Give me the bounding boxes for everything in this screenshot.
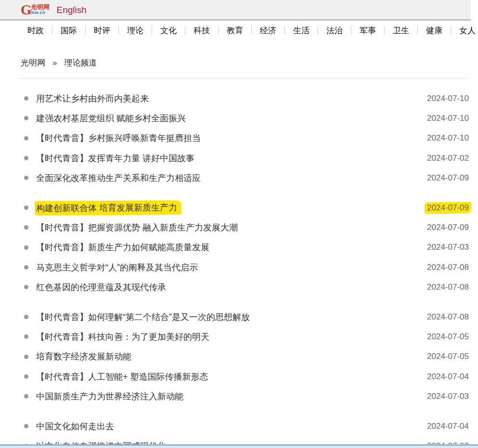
bullet-icon: [24, 136, 28, 141]
article-date: 2024-07-05: [427, 332, 469, 342]
article-link[interactable]: 【时代青音】把握资源优势 融入新质生产力发展大潮: [36, 222, 238, 233]
article-link[interactable]: 培育数字经济发展新动能: [36, 351, 131, 362]
article-date: 2024-07-09: [427, 173, 469, 183]
breadcrumb-site-link[interactable]: 光明网: [21, 57, 45, 68]
article-group: 【时代青音】如何理解“第二个结合”是又一次的思想解放2024-07-08【时代青…: [24, 307, 469, 406]
article-link[interactable]: 【时代青音】新质生产力如何赋能高质量发展: [36, 242, 209, 253]
nav-item[interactable]: 健康: [418, 25, 451, 36]
gmw-logo[interactable]: G 光明网 mw.cn: [21, 3, 50, 16]
nav-item[interactable]: 国际: [52, 25, 85, 36]
nav-item[interactable]: 文化: [152, 25, 185, 36]
article-link[interactable]: 用艺术让乡村由外而内美起来: [36, 93, 149, 104]
article-row: 【时代青音】乡村振兴呼唤新青年挺膺担当2024-07-10: [24, 128, 469, 148]
site-header: G 光明网 mw.cn English: [0, 0, 471, 20]
bullet-icon: [24, 424, 28, 428]
article-row: 马克思主义哲学对“人”的阐释及其当代启示2024-07-08: [24, 257, 469, 277]
article-list: 用艺术让乡村由外而内美起来2024-07-10建强农村基层党组织 赋能乡村全面振…: [0, 78, 471, 448]
article-row: 【时代青音】发挥青年力量 讲好中国故事2024-07-02: [24, 148, 469, 168]
article-group: 用艺术让乡村由外而内美起来2024-07-10建强农村基层党组织 赋能乡村全面振…: [24, 89, 469, 188]
bullet-icon: [24, 285, 28, 289]
article-group: 构建创新联合体 培育发展新质生产力2024-07-09【时代青音】把握资源优势 …: [24, 198, 469, 297]
article-date: 2024-07-04: [427, 372, 469, 382]
nav-item[interactable]: 军事: [351, 25, 384, 36]
article-date: 2024-07-03: [427, 392, 469, 401]
article-link[interactable]: 【时代青音】乡村振兴呼唤新青年挺膺担当: [36, 132, 201, 144]
main-nav: 时政国际时评理论文化科技教育经济生活法治军事卫生健康女人: [0, 20, 471, 41]
breadcrumb: 光明网 » 理论频道: [21, 57, 471, 68]
nav-item[interactable]: 法治: [318, 25, 351, 36]
nav-item[interactable]: 理论: [119, 25, 152, 36]
article-row: 建强农村基层党组织 赋能乡村全面振兴2024-07-10: [24, 108, 469, 128]
article-row: 红色基因的伦理意蕴及其现代传承2024-07-08: [24, 277, 469, 297]
article-date: 2024-07-03: [427, 243, 469, 252]
article-row: 构建创新联合体 培育发展新质生产力2024-07-09: [24, 198, 469, 218]
article-link[interactable]: 红色基因的伦理意蕴及其现代传承: [36, 282, 166, 293]
article-date: 2024-07-08: [427, 282, 469, 292]
article-row: 【时代青音】把握资源优势 融入新质生产力发展大潮2024-07-09: [24, 218, 469, 237]
article-link[interactable]: 全面深化改革推动生产关系和生产力相适应: [36, 172, 201, 184]
article-row: 用艺术让乡村由外而内美起来2024-07-10: [24, 89, 469, 108]
nav-item[interactable]: 时政: [19, 25, 52, 36]
article-link[interactable]: 中国新质生产力为世界经济注入新动能: [36, 391, 183, 402]
article-date: 2024-07-04: [427, 422, 469, 431]
bullet-icon: [24, 394, 28, 398]
article-row: 【时代青音】科技向善：为了更加美好的明天2024-07-05: [24, 327, 469, 346]
english-link[interactable]: English: [57, 5, 87, 15]
article-row: 全面深化改革推动生产关系和生产力相适应2024-07-09: [24, 168, 469, 188]
nav-item[interactable]: 生活: [285, 25, 318, 36]
bullet-icon: [24, 96, 28, 101]
article-row: 【时代青音】人工智能+ 塑造国际传播新形态2024-07-04: [24, 367, 469, 386]
article-date: 2024-07-10: [427, 133, 469, 143]
bullet-icon: [24, 315, 28, 319]
article-date: 2024-07-10: [427, 94, 469, 103]
article-row: 【时代青音】新质生产力如何赋能高质量发展2024-07-03: [24, 238, 469, 257]
article-link[interactable]: 【时代青音】发挥青年力量 讲好中国故事: [36, 153, 194, 164]
logo-chinese-chars: 光明网: [30, 4, 50, 10]
article-link[interactable]: 【时代青音】如何理解“第二个结合”是又一次的思想解放: [36, 311, 250, 323]
logo-text-stack: 光明网 mw.cn: [31, 4, 50, 15]
article-date: 2024-07-10: [427, 114, 469, 123]
breadcrumb-channel-link[interactable]: 理论频道: [64, 57, 97, 68]
article-row: 中国文化如何走出去2024-07-04: [24, 416, 469, 436]
bullet-icon: [24, 156, 28, 160]
article-row: 【时代青音】如何理解“第二个结合”是又一次的思想解放2024-07-08: [24, 307, 469, 327]
nav-item[interactable]: 教育: [219, 25, 251, 36]
article-date: 2024-07-08: [427, 312, 469, 322]
article-date: 2024-07-02: [427, 154, 469, 163]
logo-domain-text: mw.cn: [31, 11, 50, 15]
nav-item[interactable]: 经济: [252, 25, 284, 36]
nav-item[interactable]: 时评: [86, 25, 118, 36]
article-row: 中国新质生产力为世界经济注入新动能2024-07-03: [24, 386, 469, 406]
article-date: 2024-07-09: [427, 223, 469, 232]
bullet-icon: [24, 176, 28, 180]
bullet-icon: [24, 205, 28, 210]
taskbar-edge: [0, 445, 478, 448]
article-link-highlighted[interactable]: 构建创新联合体 培育发展新质生产力: [35, 200, 181, 216]
bullet-icon: [24, 225, 28, 230]
nav-item[interactable]: 卫生: [385, 25, 417, 36]
bullet-icon: [24, 334, 28, 339]
article-row: 培育数字经济发展新动能2024-07-05: [24, 347, 469, 367]
article-date: 2024-07-08: [427, 263, 469, 272]
bullet-icon: [24, 355, 28, 359]
nav-item[interactable]: 女人: [451, 25, 478, 36]
article-link[interactable]: 【时代青音】科技向善：为了更加美好的明天: [36, 331, 209, 343]
article-link[interactable]: 马克思主义哲学对“人”的阐释及其当代启示: [36, 262, 198, 273]
logo-letter-g: G: [21, 3, 31, 16]
breadcrumb-separator-icon: »: [52, 58, 57, 68]
article-link[interactable]: 【时代青音】人工智能+ 塑造国际传播新形态: [36, 371, 208, 383]
bullet-icon: [24, 374, 28, 379]
article-group: 中国文化如何走出去2024-07-04以文化自信自强推进中国式现代化2024-0…: [24, 416, 469, 448]
article-link[interactable]: 建强农村基层党组织 赋能乡村全面振兴: [36, 113, 186, 124]
article-link[interactable]: 中国文化如何走出去: [36, 421, 114, 432]
page: G 光明网 mw.cn English 时政国际时评理论文化科技教育经济生活法治…: [0, 0, 471, 448]
article-date: 2024-07-09: [425, 202, 471, 214]
bullet-icon: [24, 116, 28, 120]
bullet-icon: [24, 245, 28, 250]
article-date: 2024-07-05: [427, 352, 469, 361]
bullet-icon: [24, 265, 28, 269]
nav-item[interactable]: 科技: [185, 25, 218, 36]
